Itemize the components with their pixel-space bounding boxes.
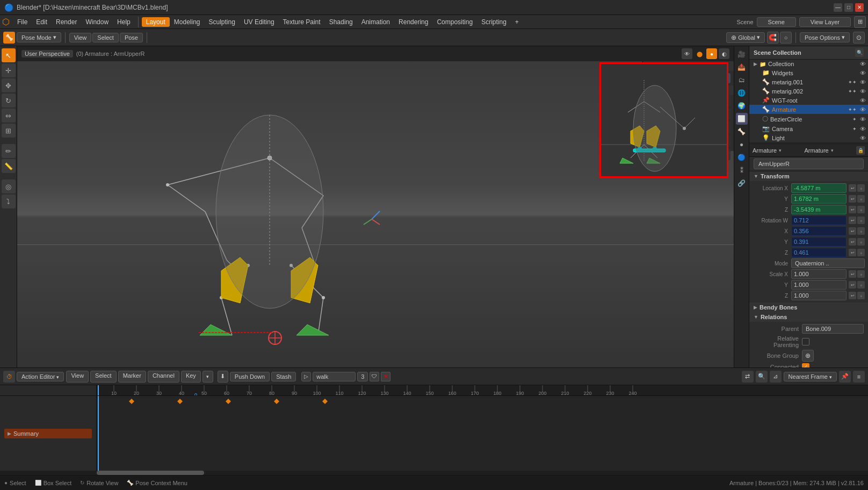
rot-x-value[interactable]: 0.356	[791, 226, 847, 236]
magnet-icon[interactable]: 🧲	[767, 32, 779, 44]
scale-x-key[interactable]: ⬦	[857, 270, 865, 278]
rotation-mode-select[interactable]: Quaternion ..	[791, 258, 865, 268]
filter-btn[interactable]: 🔍	[855, 48, 864, 57]
metarig1-eye[interactable]: 👁	[860, 79, 866, 85]
bendy-bones-header[interactable]: ▶ Bendy Bones	[749, 302, 868, 312]
workspace-shading[interactable]: Shading	[325, 17, 357, 27]
object-data-tab[interactable]: 🦴	[736, 126, 748, 138]
parent-input[interactable]: Bone.009	[802, 324, 864, 334]
push-down-icon[interactable]: ⬇	[218, 371, 228, 383]
tree-item-armature[interactable]: 🦴 Armature ✦✦ 👁	[749, 105, 868, 114]
viewport-shading-btn[interactable]: ◐	[719, 48, 729, 59]
view-layer-selector[interactable]: View Layer	[799, 17, 851, 27]
tree-item-metarig2[interactable]: 🦴 metarig.002 ✦✦ 👁	[749, 87, 868, 96]
widgets-eye[interactable]: 👁	[860, 70, 866, 76]
scale-y-value[interactable]: 1.000	[791, 280, 847, 290]
bone-lock-btn[interactable]: 🔒	[856, 146, 865, 155]
action-editor-icon[interactable]: ⏱	[3, 371, 15, 383]
loc-x-key[interactable]: ⬦	[857, 184, 865, 192]
key-dropdown-btn[interactable]: ▾	[202, 371, 213, 383]
transform-header[interactable]: ▼ Transform	[749, 171, 868, 181]
rot-y-reset[interactable]: ↩	[849, 238, 856, 246]
action-name-input[interactable]: walk	[313, 372, 356, 381]
collection-eye[interactable]: 👁	[860, 61, 866, 67]
tl-view-btn[interactable]: View	[66, 371, 89, 383]
viewport-active-btn[interactable]: ⬤	[694, 48, 705, 59]
render-tab[interactable]: 🎥	[736, 48, 748, 60]
scale-z-value[interactable]: 1.000	[791, 291, 847, 300]
menu-window[interactable]: Window	[81, 17, 113, 27]
viewport-overlays-btn[interactable]: ⊙	[853, 32, 865, 44]
tl-filter-icon[interactable]: 🔍	[756, 371, 768, 383]
rot-y-key[interactable]: ⬦	[857, 238, 865, 246]
action-type-icon[interactable]: ▷	[301, 372, 311, 381]
timeline-scroll-thumb[interactable]	[97, 471, 204, 475]
workspace-modeling[interactable]: Modeling	[170, 17, 205, 27]
rot-z-value[interactable]: 0.461	[791, 248, 847, 257]
constraints-tab[interactable]: 🔗	[736, 177, 748, 189]
viewport-render-btn[interactable]: ●	[706, 48, 717, 59]
rot-x-key[interactable]: ⬦	[857, 227, 865, 235]
tree-item-collection[interactable]: ▶ 📁 Collection 👁	[749, 60, 868, 68]
view-layer-tab[interactable]: 🗂	[736, 74, 748, 86]
wgtroot-eye[interactable]: 👁	[860, 97, 866, 104]
workspace-layout[interactable]: Layout	[142, 17, 170, 27]
menu-render[interactable]: Render	[52, 17, 81, 27]
tl-marker-btn[interactable]: Marker	[118, 371, 146, 383]
move-tool[interactable]: ✥	[2, 78, 16, 92]
viewport[interactable]: User Perspective (0) Armature : ArmUpper…	[17, 46, 734, 367]
measure-tool[interactable]: 📏	[2, 159, 16, 173]
tree-item-bezier[interactable]: 〇 BezierCircle ✦ 👁	[749, 114, 868, 124]
summary-track[interactable]: ▶ Summary	[4, 429, 92, 438]
action-editor-btn[interactable]: Action Editor ▾	[17, 372, 64, 381]
relative-parenting-cb[interactable]	[802, 338, 809, 345]
unlink-icon[interactable]: ✕	[381, 372, 390, 381]
shield-icon[interactable]: 🛡	[370, 372, 379, 381]
tl-prop-icon[interactable]: ≡	[853, 371, 865, 383]
loc-z-value[interactable]: -3.5439 m	[791, 205, 847, 214]
nearest-frame-btn[interactable]: Nearest Frame ▾	[784, 372, 837, 381]
scale-tool[interactable]: ⇔	[2, 109, 16, 122]
metarig2-eye[interactable]: 👁	[860, 88, 866, 95]
relax-tool[interactable]: ◎	[2, 179, 16, 193]
tree-item-wgt-root[interactable]: 📌 WGT-root 👁	[749, 96, 868, 105]
stash-btn[interactable]: Stash	[271, 372, 296, 381]
scale-y-key[interactable]: ⬦	[857, 281, 865, 289]
rot-w-value[interactable]: 0.712	[791, 215, 847, 225]
tree-item-light[interactable]: 💡 Light 👁	[749, 133, 868, 142]
rot-z-reset[interactable]: ↩	[849, 249, 856, 256]
workspace-uv-editing[interactable]: UV Editing	[240, 17, 279, 27]
scale-x-reset[interactable]: ↩	[849, 270, 856, 278]
workspace-animation[interactable]: Animation	[357, 17, 394, 27]
blender-logo[interactable]: ⬡	[2, 17, 10, 27]
workspace-sculpting[interactable]: Sculpting	[205, 17, 240, 27]
loc-x-reset[interactable]: ↩	[849, 184, 856, 192]
scale-z-reset[interactable]: ↩	[849, 292, 856, 299]
tl-key-btn[interactable]: Key	[181, 371, 201, 383]
tl-filter2-icon[interactable]: ⊿	[770, 371, 782, 383]
tl-snap-icon[interactable]: 📌	[839, 371, 851, 383]
tl-select-btn[interactable]: Select	[90, 371, 117, 383]
action-num-btn[interactable]: 3	[357, 372, 368, 381]
object-tab[interactable]: ⬜	[736, 113, 748, 125]
pose-tool[interactable]: ⤵	[2, 194, 16, 208]
output-tab[interactable]: 📤	[736, 61, 748, 73]
menu-edit[interactable]: Edit	[32, 17, 52, 27]
bezier-eye[interactable]: 👁	[860, 116, 866, 122]
toolbar-select[interactable]: Select	[92, 33, 119, 42]
viewport-view-btn[interactable]: 👁	[682, 48, 692, 59]
light-eye[interactable]: 👁	[860, 135, 866, 141]
rot-z-key[interactable]: ⬦	[857, 249, 865, 256]
toolbar-pose[interactable]: Pose	[120, 33, 143, 42]
mode-selector[interactable]: Pose Mode ▾	[17, 32, 61, 42]
global-selector[interactable]: ⊕ Global ▾	[726, 32, 765, 43]
annotate-tool[interactable]: ✏	[2, 144, 16, 158]
push-down-btn[interactable]: Push Down	[230, 372, 270, 381]
workspace-rendering[interactable]: Rendering	[394, 17, 432, 27]
relations-header[interactable]: ▼ Relations	[749, 312, 868, 322]
fullscreen-button[interactable]: ⊞	[854, 16, 866, 28]
rot-y-value[interactable]: 0.391	[791, 237, 847, 247]
viewport-mode-label[interactable]: User Perspective	[21, 50, 73, 57]
scale-y-reset[interactable]: ↩	[849, 281, 856, 289]
material-tab[interactable]: ●	[736, 139, 748, 150]
